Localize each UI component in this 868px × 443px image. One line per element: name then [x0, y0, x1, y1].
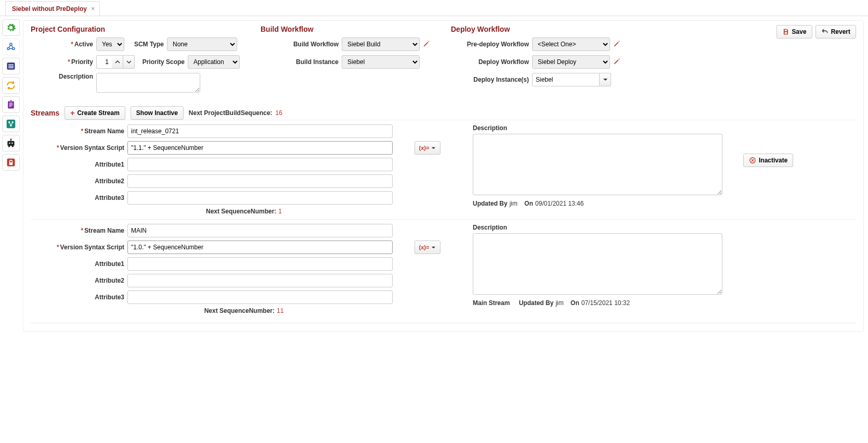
tab-bar: Siebel without PreDeploy × [0, 0, 868, 16]
share-icon[interactable] [2, 116, 20, 132]
active-label: *Active [31, 41, 93, 48]
version-syntax-label: *Version Syntax Script [31, 144, 124, 151]
stream-name-input[interactable] [127, 124, 393, 138]
stream-row: *Stream Name *Version Syntax Script (x)=… [31, 219, 856, 319]
description-textarea[interactable] [96, 73, 200, 93]
required-star-icon: * [71, 41, 73, 48]
svg-rect-21 [12, 146, 14, 147]
robot-icon[interactable] [2, 135, 20, 151]
section-heading: Deploy Workflow [451, 25, 620, 33]
predeploy-workflow-select[interactable]: <Select One> [532, 37, 610, 51]
svg-rect-8 [10, 100, 12, 102]
svg-rect-5 [8, 66, 14, 67]
version-syntax-input[interactable] [127, 241, 393, 254]
attribute3-input[interactable] [127, 290, 393, 304]
required-star-icon: * [81, 227, 84, 234]
build-workflow-label: Build Workflow [261, 41, 339, 48]
stream-description-textarea[interactable] [473, 134, 722, 195]
svg-rect-11 [9, 106, 11, 107]
attribute1-label: Attribute1 [31, 161, 124, 168]
cycle-icon[interactable] [2, 77, 20, 94]
chevron-down-icon [126, 59, 132, 65]
svg-rect-23 [9, 162, 13, 165]
fx-button[interactable]: (x)= [414, 141, 441, 155]
priority-input[interactable] [96, 55, 112, 69]
attribute1-input[interactable] [127, 257, 393, 271]
next-seq-row: Next SequenceNumber:11 [31, 307, 457, 314]
tab-siebel[interactable]: Siebel without PreDeploy × [5, 1, 100, 16]
deploy-workflow-select[interactable]: Siebel Deploy [532, 55, 610, 69]
build-instance-select[interactable]: Siebel [342, 55, 420, 69]
revert-icon [821, 28, 828, 35]
next-seq-row: Next SequenceNumber:1 [31, 208, 457, 215]
plus-icon: + [70, 110, 74, 116]
scm-type-label: SCM Type [127, 41, 164, 48]
required-star-icon: * [57, 144, 59, 151]
stream-name-label: *Stream Name [31, 128, 124, 135]
attribute2-label: Attribute2 [31, 178, 124, 185]
svg-rect-6 [8, 68, 14, 69]
left-icon-rail [0, 16, 23, 336]
caret-down-icon [431, 146, 436, 150]
fx-button[interactable]: (x)= [414, 241, 441, 254]
next-buildseq-value: 16 [276, 109, 282, 117]
attribute3-label: Attribute3 [31, 294, 124, 301]
project-configuration-section: Project Configuration *Active Yes SCM Ty… [31, 25, 240, 97]
attribute2-input[interactable] [127, 274, 393, 287]
deploy-instances-dropdown-button[interactable] [600, 73, 611, 86]
chevron-up-icon [115, 59, 120, 65]
section-heading: Build Workflow [261, 25, 430, 33]
caret-down-icon [431, 245, 436, 250]
attribute2-label: Attribute2 [31, 277, 124, 284]
show-inactive-button[interactable]: Show Inactive [131, 106, 184, 120]
lock-icon[interactable] [2, 154, 20, 171]
build-instance-label: Build Instance [261, 58, 339, 66]
stream-name-label: *Stream Name [31, 227, 124, 234]
stream-row: *Stream Name *Version Syntax Script (x)=… [31, 120, 856, 219]
clipboard-icon[interactable] [2, 96, 20, 113]
inactivate-button[interactable]: Inactivate [743, 154, 793, 167]
fx-icon: (x)= [419, 145, 430, 151]
revert-button[interactable]: Revert [815, 25, 856, 39]
fx-icon: (x)= [419, 244, 430, 250]
required-star-icon: * [68, 58, 70, 66]
caret-down-icon [603, 77, 608, 82]
deploy-instances-input[interactable] [532, 73, 600, 86]
priority-up-button[interactable] [112, 55, 123, 69]
gear-icon[interactable] [2, 19, 20, 36]
list-icon[interactable] [2, 58, 20, 74]
active-select[interactable]: Yes [96, 37, 124, 51]
circle-x-icon [749, 157, 756, 164]
priority-scope-select[interactable]: Application [188, 55, 240, 69]
stream-meta: Main Stream Updated Byjim On07/15/2021 1… [473, 299, 728, 307]
priority-scope-label: Priority Scope [138, 58, 185, 66]
build-workflow-select[interactable]: Siebel Build [342, 37, 420, 51]
pencil-icon[interactable] [423, 40, 430, 49]
pencil-icon[interactable] [613, 40, 620, 49]
priority-down-button[interactable] [123, 55, 135, 69]
description-label: Description [31, 73, 93, 80]
pencil-icon[interactable] [613, 58, 620, 67]
section-heading: Project Configuration [31, 25, 240, 33]
svg-point-17 [9, 143, 10, 144]
save-button[interactable]: Save [776, 25, 812, 39]
attribute2-input[interactable] [127, 174, 393, 188]
stream-name-input[interactable] [127, 224, 393, 237]
tab-title: Siebel without PreDeploy [12, 5, 87, 12]
svg-rect-20 [8, 146, 10, 147]
svg-rect-10 [9, 105, 13, 105]
deploy-workflow-section: Deploy Workflow Pre-deploy Workflow <Sel… [451, 25, 620, 91]
deploy-workflow-label: Deploy Workflow [451, 58, 529, 66]
close-icon[interactable]: × [91, 5, 95, 12]
attribute1-input[interactable] [127, 158, 393, 171]
scm-type-select[interactable]: None [167, 37, 237, 51]
nodes-icon[interactable] [2, 39, 20, 55]
required-star-icon: * [81, 128, 84, 135]
attribute3-input[interactable] [127, 191, 393, 205]
priority-label: *Priority [31, 58, 93, 66]
required-star-icon: * [57, 244, 59, 251]
version-syntax-input[interactable] [127, 141, 393, 155]
create-stream-button[interactable]: + Create Stream [64, 106, 125, 120]
stream-description-textarea[interactable] [473, 233, 722, 295]
svg-rect-16 [7, 141, 14, 146]
